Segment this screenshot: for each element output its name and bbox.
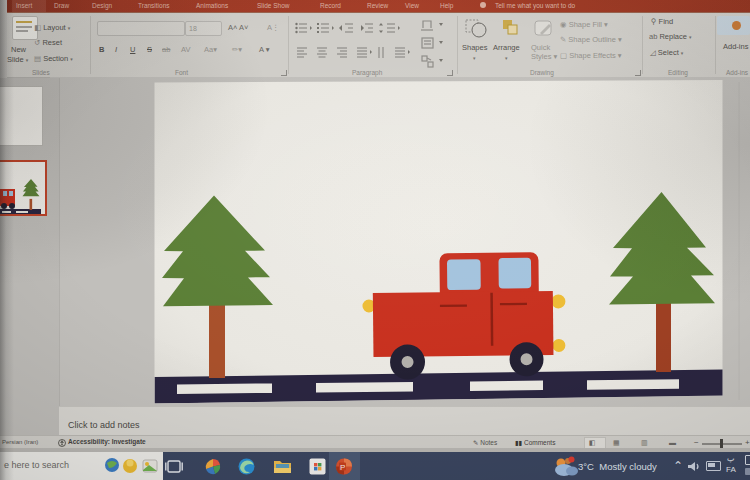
svg-text:P: P bbox=[340, 463, 345, 472]
